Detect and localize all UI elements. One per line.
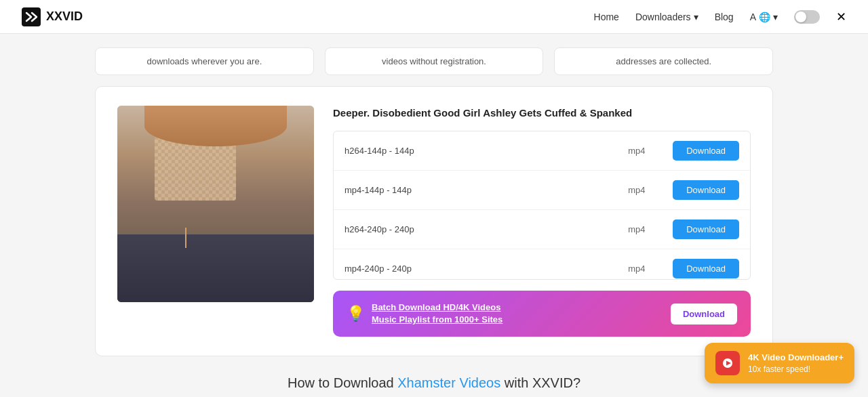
download-btn-2[interactable]: Download bbox=[673, 220, 739, 239]
widget-line2: 10x faster speed! bbox=[748, 364, 844, 375]
widget-line1: 4K Video Downloader+ bbox=[748, 352, 844, 364]
batch-banner-left: 💡 Batch Download HD/4K Videos Music Play… bbox=[347, 301, 502, 326]
type-0: mp4 bbox=[628, 146, 662, 156]
video-thumbnail bbox=[117, 106, 314, 302]
download-row-0: h264-144p - 144p mp4 Download bbox=[334, 131, 750, 171]
format-1: mp4-144p - 144p bbox=[344, 185, 617, 195]
download-list[interactable]: h264-144p - 144p mp4 Download mp4-144p -… bbox=[333, 131, 751, 280]
type-3: mp4 bbox=[628, 264, 662, 274]
main-container: Deeper. Disobedient Good Girl Ashley Get… bbox=[95, 86, 773, 356]
nav-home[interactable]: Home bbox=[594, 12, 619, 22]
download-row-3: mp4-240p - 240p mp4 Download bbox=[334, 249, 750, 280]
twitter-icon[interactable]: ✕ bbox=[836, 9, 846, 24]
top-card-1: videos without registration. bbox=[325, 47, 544, 75]
translate-arrow: ▾ bbox=[773, 12, 778, 22]
thumb-image bbox=[117, 106, 314, 302]
nav-translate[interactable]: A 🌐 ▾ bbox=[750, 12, 778, 22]
batch-download-button[interactable]: Download bbox=[671, 304, 737, 325]
format-2: h264-240p - 240p bbox=[344, 224, 617, 234]
top-card-2: addresses are collected. bbox=[554, 47, 773, 75]
format-3: mp4-240p - 240p bbox=[344, 264, 617, 274]
nav-downloaders[interactable]: Downloaders ▾ bbox=[635, 12, 698, 22]
navbar: XXVID Home Downloaders ▾ Blog A 🌐 ▾ ✕ bbox=[0, 0, 868, 34]
toggle-knob bbox=[795, 12, 806, 22]
batch-line1: Batch Download HD/4K Videos bbox=[372, 301, 502, 314]
bottom-heading-post: with XXVID? bbox=[500, 375, 580, 390]
nav-right: Home Downloaders ▾ Blog A 🌐 ▾ ✕ bbox=[594, 9, 846, 24]
bottom-heading-pre: How to Download bbox=[288, 375, 397, 390]
bottom-heading-highlight: Xhamster Videos bbox=[397, 375, 500, 390]
widget-icon bbox=[715, 351, 740, 375]
video-title: Deeper. Disobedient Good Girl Ashley Get… bbox=[333, 106, 751, 120]
widget-text: 4K Video Downloader+ 10x faster speed! bbox=[748, 352, 844, 375]
logo-icon bbox=[22, 7, 41, 26]
download-row-1: mp4-144p - 144p mp4 Download bbox=[334, 171, 750, 210]
translate-icon: 🌐 bbox=[759, 12, 770, 22]
download-btn-1[interactable]: Download bbox=[673, 180, 739, 200]
batch-icon: 💡 bbox=[347, 305, 365, 322]
batch-banner: 💡 Batch Download HD/4K Videos Music Play… bbox=[333, 291, 751, 337]
top-card-0: downloads wherever you are. bbox=[95, 47, 314, 75]
format-0: h264-144p - 144p bbox=[344, 146, 617, 156]
download-btn-0[interactable]: Download bbox=[673, 141, 739, 161]
theme-toggle[interactable] bbox=[794, 10, 820, 24]
top-cards: downloads wherever you are. videos witho… bbox=[0, 47, 868, 86]
logo-text: XXVID bbox=[46, 9, 83, 24]
video-section: Deeper. Disobedient Good Girl Ashley Get… bbox=[117, 106, 751, 337]
download-row-2: h264-240p - 240p mp4 Download bbox=[334, 210, 750, 249]
video-info: Deeper. Disobedient Good Girl Ashley Get… bbox=[333, 106, 751, 337]
chevron-icon: ▾ bbox=[694, 12, 698, 22]
batch-line2: Music Playlist from 1000+ Sites bbox=[372, 314, 502, 326]
floating-widget[interactable]: 4K Video Downloader+ 10x faster speed! bbox=[705, 343, 854, 383]
download-btn-3[interactable]: Download bbox=[673, 259, 739, 278]
type-1: mp4 bbox=[628, 185, 662, 195]
nav-logo[interactable]: XXVID bbox=[22, 7, 83, 26]
type-2: mp4 bbox=[628, 224, 662, 234]
batch-text-wrapper: Batch Download HD/4K Videos Music Playli… bbox=[372, 301, 502, 326]
nav-blog[interactable]: Blog bbox=[715, 12, 734, 22]
